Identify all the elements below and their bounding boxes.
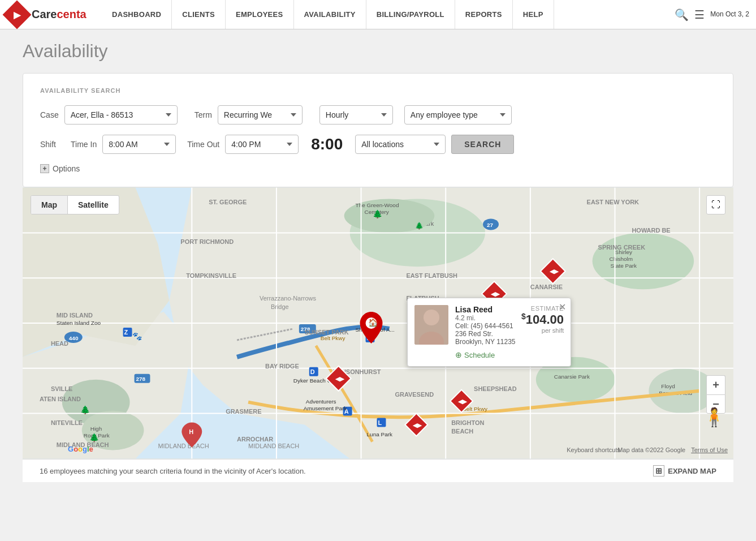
svg-text:Luna Park: Luna Park [367, 431, 392, 437]
duration-display: 8:00 [311, 135, 343, 153]
time-out-select[interactable]: 4:00 PM [225, 135, 299, 154]
status-message: 16 employees matching your search criter… [40, 467, 306, 475]
svg-text:Bridge: Bridge [271, 303, 289, 310]
svg-text:SPRING CREEK: SPRING CREEK [598, 244, 646, 251]
popup-price: $104.00 [521, 312, 564, 327]
street-view-icon[interactable]: 🧍 [703, 406, 725, 428]
top-navigation: ▶ Carecenta DASHBOARD CLIENTS EMPLOYEES … [0, 0, 756, 29]
employee-photo [414, 305, 448, 345]
svg-text:TOMPKINSVILLE: TOMPKINSVILLE [186, 272, 236, 279]
svg-text:◀▶: ◀▶ [549, 268, 559, 274]
search-icon[interactable]: 🔍 [675, 8, 689, 22]
popup-distance: 4.2 mi. [455, 314, 521, 322]
svg-text:◀▶: ◀▶ [412, 422, 422, 428]
svg-text:◀▶: ◀▶ [457, 398, 468, 405]
svg-text:🌲: 🌲 [89, 433, 100, 443]
svg-text:SUNSET PARK: SUNSET PARK [305, 329, 349, 336]
nav-help[interactable]: HELP [513, 0, 554, 29]
svg-text:Amusement Park: Amusement Park [304, 405, 347, 411]
svg-text:Canarsie Park: Canarsie Park [554, 373, 590, 380]
search-row-1: Case Acer, Ella - 86513 Term Recurring W… [40, 105, 716, 124]
svg-text:D: D [310, 368, 315, 375]
search-section-label: AVAILABILITY SEARCH [40, 87, 716, 94]
popup-address: 236 Red Str. [455, 330, 521, 338]
popup-schedule-button[interactable]: ⊕ Schedule [455, 350, 564, 359]
map-container: Prospect Park The Green-Wood Cemetery Sh… [23, 187, 733, 459]
nav-employees[interactable]: EMPLOYEES [226, 0, 294, 29]
time-out-label: Time Out [187, 140, 219, 149]
map-type-satellite[interactable]: Satellite [68, 196, 119, 214]
menu-icon[interactable]: ☰ [694, 8, 705, 22]
svg-text:EAST NEW YORK: EAST NEW YORK [587, 199, 640, 206]
svg-text:HOWARD BE: HOWARD BE [632, 227, 670, 234]
employee-type-select[interactable]: Any employee type [404, 105, 512, 124]
location-select[interactable]: All locations [355, 135, 446, 154]
svg-text:SVILLE: SVILLE [51, 385, 72, 392]
svg-text:SHEEPSHEAD: SHEEPSHEAD [474, 385, 517, 392]
page-content: Availability AVAILABILITY SEARCH Case Ac… [0, 29, 756, 493]
map-expand-button[interactable]: ⛶ [706, 195, 725, 214]
svg-text:🌲: 🌲 [415, 221, 424, 230]
svg-text:NITEVILLE: NITEVILLE [51, 419, 83, 426]
shift-label: Shift [40, 140, 56, 149]
nav-reports[interactable]: REPORTS [455, 0, 513, 29]
logo-text: Carecenta [32, 8, 87, 21]
svg-point-6 [593, 233, 694, 289]
expand-map-button[interactable]: ⊞ EXPAND MAP [653, 465, 716, 476]
svg-text:The Green-Wood: The Green-Wood [356, 202, 399, 208]
expand-icon: ⊞ [653, 465, 664, 476]
options-toggle[interactable]: + Options [40, 164, 80, 173]
term-label: Term [195, 110, 212, 119]
logo-icon: ▶ [3, 0, 32, 29]
svg-text:BEACH: BEACH [451, 428, 473, 435]
nav-items: DASHBOARD CLIENTS EMPLOYEES AVAILABILITY… [102, 0, 668, 29]
case-select[interactable]: Acer, Ella - 86513 [64, 105, 178, 124]
svg-text:Z: Z [124, 329, 128, 336]
popup-content: Lisa Reed 4.2 mi. Cell: (45) 644-4561 23… [414, 305, 564, 359]
svg-text:Adventurers: Adventurers [306, 398, 336, 405]
schedule-plus-icon: ⊕ [455, 350, 462, 359]
svg-text:🌲: 🌲 [80, 405, 90, 415]
popup-employee-name: Lisa Reed [455, 305, 521, 314]
zoom-in-button[interactable]: + [706, 375, 725, 394]
svg-text:🐾: 🐾 [132, 332, 142, 341]
svg-text:Chisholm: Chisholm [610, 256, 633, 262]
svg-text:High: High [90, 426, 102, 432]
popup-close-button[interactable]: ✕ [559, 302, 566, 312]
svg-text:◀▶: ◀▶ [490, 291, 500, 297]
svg-text:H: H [189, 428, 193, 435]
map-type-map[interactable]: Map [31, 196, 68, 214]
svg-text:440: 440 [69, 335, 79, 341]
options-label: Options [53, 164, 80, 173]
svg-text:Belt Pkwy: Belt Pkwy [321, 335, 345, 341]
keyboard-shortcuts[interactable]: Keyboard shortcuts [567, 446, 620, 453]
svg-text:Verrazzano-Narrows: Verrazzano-Narrows [260, 295, 316, 302]
svg-text:HEAD: HEAD [51, 340, 68, 347]
svg-point-114 [424, 310, 439, 325]
nav-dashboard[interactable]: DASHBOARD [102, 0, 172, 29]
google-logo: Google [68, 445, 93, 453]
svg-text:MID ISLAND: MID ISLAND [57, 312, 93, 319]
search-row-2: Shift Time In 8:00 AM Time Out 4:00 PM 8… [40, 135, 716, 154]
popup-phone: Cell: (45) 644-4561 [455, 322, 521, 330]
popup-city-state: Brooklyn, NY 11235 [455, 338, 521, 346]
svg-text:🌲: 🌲 [373, 209, 383, 219]
nav-clients[interactable]: CLIENTS [172, 0, 226, 29]
nav-availability[interactable]: AVAILABILITY [294, 0, 366, 29]
hourly-select[interactable]: Hourly [319, 105, 393, 124]
nav-billing-payroll[interactable]: BILLING/PAYROLL [366, 0, 455, 29]
search-button[interactable]: SEARCH [451, 135, 514, 154]
svg-text:MIDLAND BEACH: MIDLAND BEACH [158, 443, 209, 449]
term-select[interactable]: Recurring We [218, 105, 303, 124]
plus-icon: + [40, 164, 49, 173]
svg-text:🏠: 🏠 [368, 318, 378, 328]
logo-area: ▶ Carecenta [0, 0, 102, 29]
svg-text:BAY RIDGE: BAY RIDGE [265, 363, 299, 370]
employee-popup: ✕ Lisa Reed 4.2 mi. Ce [407, 298, 571, 367]
terms-of-use-link[interactable]: Terms of Use [691, 446, 728, 453]
map-attribution: Map data ©2022 Google Terms of Use [617, 446, 728, 453]
svg-text:◀▶: ◀▶ [335, 376, 345, 382]
popup-info: Lisa Reed 4.2 mi. Cell: (45) 644-4561 23… [455, 305, 521, 346]
svg-text:PORT RICHMOND: PORT RICHMOND [180, 238, 234, 245]
time-in-select[interactable]: 8:00 AM [102, 135, 176, 154]
